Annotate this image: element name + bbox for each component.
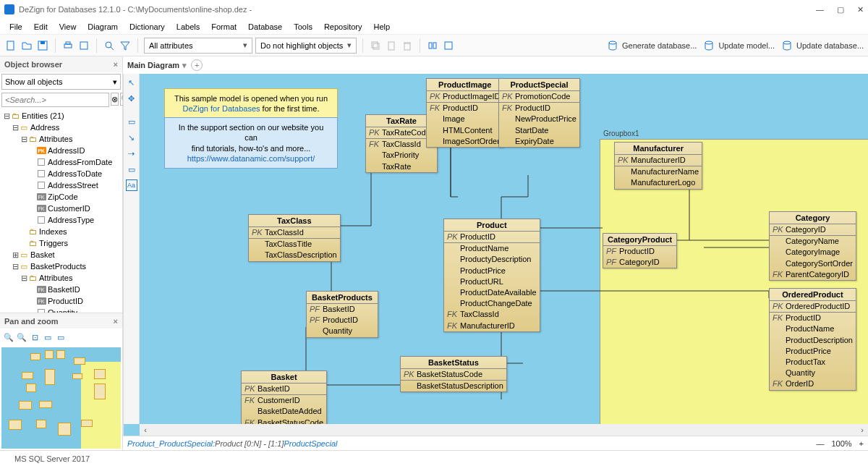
tree-item[interactable]: ⊟▭Address [0, 122, 122, 133]
entity-productspecial[interactable]: ProductSpecialPKPromotionCodeFKProductID… [498, 78, 580, 148]
svg-rect-14 [433, 43, 436, 48]
filter-icon[interactable] [119, 39, 132, 52]
pointer-tool-icon[interactable]: ↖ [126, 77, 137, 88]
entity-basketstatus[interactable]: BasketStatusPKBasketStatusCodeBasketStat… [400, 356, 507, 392]
zoom-in-icon[interactable]: 🔍 [3, 331, 14, 343]
entity-basket[interactable]: BasketPKBasketIDFKCustomerIDBasketDateAd… [241, 370, 327, 429]
note-sample[interactable]: This sample model is opened when you run… [164, 88, 338, 119]
entity-product[interactable]: ProductPKProductIDProductNameProductyDes… [443, 219, 540, 332]
zoom-out-icon[interactable]: 🔍 [16, 331, 27, 343]
tree-item[interactable]: Quantity [0, 307, 122, 313]
zoom-100-icon[interactable]: ▭ [42, 331, 54, 343]
note-support-link[interactable]: https://www.datanamic.com/support/ [187, 154, 315, 163]
entity-category[interactable]: CategoryPKCategoryIDCategoryNameCategory… [769, 211, 856, 281]
tree-item[interactable]: FKProductID [0, 295, 122, 307]
save-icon[interactable] [36, 39, 49, 52]
highlight-combo-value: Do not highlight objects [260, 41, 343, 50]
tree-item[interactable]: FKBasketID [0, 284, 122, 295]
zoom-fit-icon[interactable]: ⊡ [29, 331, 41, 343]
tree-item[interactable]: FKCustomerID [0, 203, 122, 214]
entity-taxclass[interactable]: TaxClassPKTaxClassIdTaxClassTitleTaxClas… [248, 214, 341, 262]
note-tool-icon[interactable]: ▭ [126, 164, 137, 175]
minimap[interactable] [1, 347, 121, 449]
print-preview-icon[interactable] [77, 39, 90, 52]
delete-icon[interactable] [401, 39, 414, 52]
menu-help[interactable]: Help [368, 21, 395, 33]
tree-item[interactable]: 🗀Indexes [0, 226, 122, 237]
tree-item[interactable]: AddressFromDate [0, 156, 122, 168]
add-tab-button[interactable]: + [191, 59, 203, 71]
menubar: File Edit View Diagram Dictionary Labels… [0, 19, 868, 35]
move-tool-icon[interactable]: ✥ [126, 93, 137, 104]
note-support[interactable]: In the support section on our website yo… [164, 117, 338, 169]
scroll-right-icon[interactable]: › [856, 425, 868, 434]
menu-file[interactable]: File [4, 21, 27, 33]
status-relationship: Product_ProductSpecial: [127, 439, 215, 448]
text-tool-icon[interactable]: Aa [126, 179, 137, 191]
status-relationship-target: ProductSpecial [284, 439, 337, 448]
entity-categoryproduct[interactable]: CategoryProductPFProductIDPFCategoryID [603, 233, 677, 268]
tab-main-diagram[interactable]: Main Diagram ▾ [127, 61, 187, 70]
tree-item[interactable]: AddressStreet [0, 179, 122, 191]
menu-dictionary[interactable]: Dictionary [124, 21, 170, 33]
tree-item[interactable]: ⊞▭Basket [0, 249, 122, 260]
attributes-combo[interactable]: All attributes ▾ [144, 38, 252, 54]
entity-productimage[interactable]: ProductImagePKProductImageIDFKProductIDI… [426, 78, 503, 148]
diagram-canvas[interactable]: Groupbox1 This sample model is opened wh… [140, 74, 868, 424]
svg-rect-10 [388, 42, 394, 50]
menu-labels[interactable]: Labels [171, 21, 205, 33]
clear-search-icon[interactable]: ⊗ [111, 93, 119, 106]
note-link[interactable]: DeZign for Databases [183, 104, 260, 113]
database-refresh-icon [702, 39, 715, 52]
scroll-left-icon[interactable]: ‹ [140, 425, 151, 434]
window-title: DeZign for Databases 12.1.0 - C:\MyDocum… [19, 5, 816, 14]
menu-diagram[interactable]: Diagram [82, 21, 123, 33]
generate-database-button[interactable]: Generate database... [606, 39, 697, 52]
print-icon[interactable] [61, 39, 75, 52]
tree-item[interactable]: AddressType [0, 214, 122, 226]
show-objects-combo[interactable]: Show all objects ▾ [1, 74, 121, 90]
zoom-region-icon[interactable]: ▭ [55, 331, 67, 343]
tree-item[interactable]: FKZipCode [0, 191, 122, 203]
tree-item[interactable]: AddressToDate [0, 168, 122, 179]
open-icon[interactable] [20, 39, 33, 52]
menu-repository[interactable]: Repository [319, 21, 367, 33]
link-tool-icon[interactable]: ⇢ [126, 148, 137, 159]
update-model-button[interactable]: Update model... [702, 39, 775, 52]
entity-basketproducts[interactable]: BasketProductsPFBasketIDPFProductIDQuant… [306, 291, 378, 338]
tree-item[interactable]: 🗀Triggers [0, 237, 122, 249]
entity-manufacturer[interactable]: ManufacturerPKManufacturerIDManufacturer… [614, 142, 702, 190]
minimize-button[interactable]: — [816, 5, 824, 14]
tree-item[interactable]: ⊟▭BasketProducts [0, 260, 122, 272]
horizontal-scrollbar[interactable]: ‹ › [140, 424, 868, 436]
menu-database[interactable]: Database [243, 21, 287, 33]
maximize-button[interactable]: ▢ [837, 5, 844, 14]
relationship-tool-icon[interactable]: ↘ [126, 132, 137, 143]
search-icon[interactable] [103, 39, 116, 52]
entity-tool-icon[interactable]: ▭ [126, 116, 137, 127]
new-icon[interactable] [4, 39, 17, 52]
panel-close-icon[interactable]: × [114, 60, 118, 69]
tree-item[interactable]: ⊟🗀Attributes [0, 272, 122, 284]
paste-icon[interactable] [385, 39, 398, 52]
zoom-out-button[interactable]: — [816, 439, 824, 448]
copy-icon[interactable] [369, 39, 382, 52]
entity-tree[interactable]: ⊟🗀Entities (21)⊟▭Address⊟🗀AttributesPKAd… [0, 109, 122, 313]
menu-tools[interactable]: Tools [289, 21, 318, 33]
highlight-combo[interactable]: Do not highlight objects ▾ [255, 38, 357, 54]
layout-icon[interactable] [442, 39, 455, 52]
close-button[interactable]: ✕ [857, 5, 864, 14]
entity-orderedproduct[interactable]: OrderedProductPKOrderedProductIDFKProduc… [769, 288, 856, 391]
menu-edit[interactable]: Edit [29, 21, 53, 33]
menu-view[interactable]: View [54, 21, 82, 33]
update-database-button[interactable]: Update database... [780, 39, 864, 52]
zoom-level: 100% [831, 439, 851, 448]
zoom-in-button[interactable]: + [859, 439, 864, 448]
panel-close-icon[interactable]: × [114, 317, 118, 326]
tree-item[interactable]: ⊟🗀Entities (21) [0, 110, 122, 122]
search-input[interactable] [1, 93, 109, 107]
align-icon[interactable] [426, 39, 439, 52]
tree-item[interactable]: ⊟🗀Attributes [0, 133, 122, 145]
menu-format[interactable]: Format [206, 21, 242, 33]
tree-item[interactable]: PKAddressID [0, 145, 122, 156]
